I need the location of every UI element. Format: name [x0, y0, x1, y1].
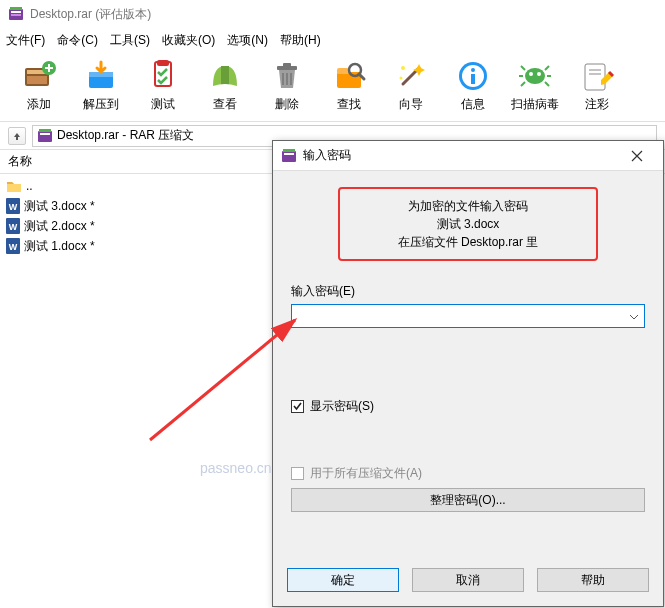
checkbox-checked-icon — [291, 400, 304, 413]
word-doc-icon: W — [6, 238, 20, 254]
word-doc-icon: W — [6, 198, 20, 214]
watermark: passneo.cn — [200, 460, 272, 476]
help-button[interactable]: 帮助 — [537, 568, 649, 592]
password-dialog: 输入密码 为加密的文件输入密码 测试 3.docx 在压缩文件 Desktop.… — [272, 140, 664, 607]
tool-scan[interactable]: 扫描病毒 — [504, 56, 566, 115]
menu-command[interactable]: 命令(C) — [57, 32, 98, 49]
svg-point-24 — [400, 77, 403, 80]
svg-rect-28 — [471, 74, 475, 84]
dialog-titlebar: 输入密码 — [273, 141, 663, 171]
view-icon — [207, 58, 243, 94]
folder-icon — [6, 179, 22, 193]
organize-passwords-button[interactable]: 整理密码(O)... — [291, 488, 645, 512]
info-box: 为加密的文件输入密码 测试 3.docx 在压缩文件 Desktop.rar 里 — [338, 187, 598, 261]
tool-comment[interactable]: 注彩 — [566, 56, 628, 115]
tool-test[interactable]: 测试 — [132, 56, 194, 115]
svg-rect-19 — [337, 68, 349, 74]
app-icon — [281, 148, 297, 164]
archive-icon — [37, 128, 53, 144]
trash-icon — [269, 58, 305, 94]
svg-point-31 — [537, 72, 541, 76]
password-label: 输入密码(E) — [291, 283, 645, 300]
password-input[interactable] — [291, 304, 645, 328]
up-button[interactable] — [8, 127, 26, 145]
test-icon — [145, 58, 181, 94]
menu-options[interactable]: 选项(N) — [227, 32, 268, 49]
all-archives-checkbox[interactable]: 用于所有压缩文件(A) — [291, 465, 645, 482]
toolbar: 添加 解压到 测试 查看 删除 查找 向导 信息 扫描病毒 注彩 — [0, 52, 665, 122]
svg-text:W: W — [9, 202, 18, 212]
svg-text:W: W — [9, 222, 18, 232]
menubar: 文件(F) 命令(C) 工具(S) 收藏夹(O) 选项(N) 帮助(H) — [0, 28, 665, 52]
svg-rect-38 — [585, 64, 605, 90]
svg-rect-52 — [283, 149, 295, 152]
find-icon — [331, 58, 367, 94]
svg-rect-2 — [11, 14, 21, 16]
tool-extract[interactable]: 解压到 — [70, 56, 132, 115]
tool-delete[interactable]: 删除 — [256, 56, 318, 115]
svg-line-32 — [521, 66, 525, 70]
svg-rect-50 — [282, 151, 296, 162]
col-name: 名称 — [8, 153, 32, 170]
menu-file[interactable]: 文件(F) — [6, 32, 45, 49]
virus-scan-icon — [517, 58, 553, 94]
tool-view[interactable]: 查看 — [194, 56, 256, 115]
svg-rect-6 — [27, 76, 47, 84]
menu-favorites[interactable]: 收藏夹(O) — [162, 32, 215, 49]
svg-rect-51 — [284, 153, 294, 155]
wizard-icon — [393, 58, 429, 94]
window-titlebar: Desktop.rar (评估版本) — [0, 0, 665, 28]
svg-point-29 — [525, 68, 545, 84]
svg-line-34 — [521, 82, 525, 86]
svg-rect-1 — [11, 11, 21, 13]
info-icon — [455, 58, 491, 94]
window-title: Desktop.rar (评估版本) — [30, 6, 151, 23]
svg-text:W: W — [9, 242, 18, 252]
svg-rect-12 — [221, 66, 229, 86]
svg-rect-3 — [10, 7, 22, 10]
path-text: Desktop.rar - RAR 压缩文 — [57, 127, 194, 144]
extract-icon — [83, 58, 119, 94]
show-password-checkbox[interactable]: 显示密码(S) — [291, 398, 645, 415]
svg-line-33 — [545, 66, 549, 70]
svg-point-23 — [401, 66, 405, 70]
menu-tools[interactable]: 工具(S) — [110, 32, 150, 49]
svg-rect-42 — [40, 133, 50, 135]
tool-info[interactable]: 信息 — [442, 56, 504, 115]
svg-point-27 — [471, 68, 475, 72]
app-icon — [8, 6, 24, 22]
tool-add[interactable]: 添加 — [8, 56, 70, 115]
svg-rect-41 — [38, 131, 52, 142]
svg-point-30 — [529, 72, 533, 76]
tool-find[interactable]: 查找 — [318, 56, 380, 115]
comment-icon — [579, 58, 615, 94]
checkbox-empty-icon — [291, 467, 304, 480]
svg-rect-14 — [283, 63, 291, 67]
close-button[interactable] — [619, 142, 655, 170]
menu-help[interactable]: 帮助(H) — [280, 32, 321, 49]
svg-line-35 — [545, 82, 549, 86]
ok-button[interactable]: 确定 — [287, 568, 399, 592]
archive-add-icon — [21, 58, 57, 94]
svg-rect-11 — [157, 60, 169, 66]
svg-rect-43 — [39, 129, 51, 132]
cancel-button[interactable]: 取消 — [412, 568, 524, 592]
word-doc-icon: W — [6, 218, 20, 234]
dialog-title: 输入密码 — [303, 147, 619, 164]
tool-wizard[interactable]: 向导 — [380, 56, 442, 115]
